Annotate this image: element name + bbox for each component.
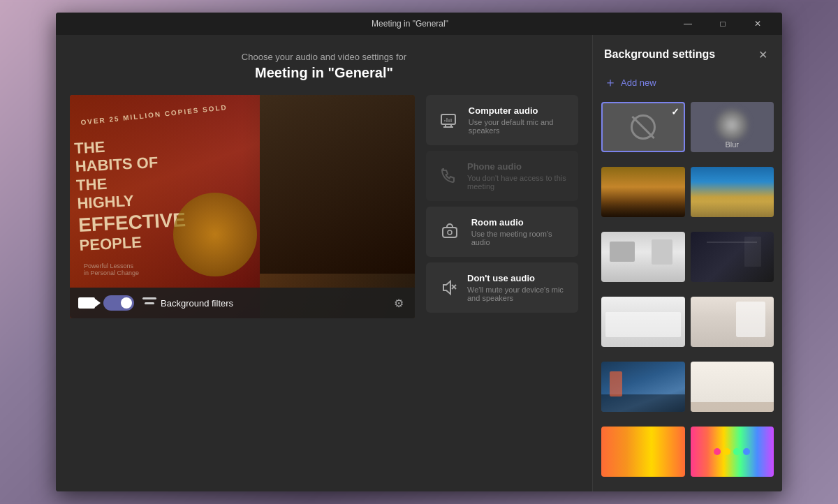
add-new-button[interactable]: ＋ Add new [593, 68, 782, 96]
bg-settings-close-button[interactable]: ✕ [754, 46, 771, 63]
phone-audio-icon [438, 163, 457, 188]
person-silhouette [260, 95, 415, 274]
svg-rect-0 [441, 114, 455, 124]
bg-filters-button[interactable]: Background filters [142, 297, 233, 309]
minimize-button[interactable]: — [672, 13, 704, 35]
no-audio-icon [438, 275, 457, 300]
svg-point-9 [448, 230, 452, 235]
bg-settings-title: Background settings [604, 48, 715, 61]
computer-audio-icon [438, 108, 459, 133]
no-audio-desc: We'll mute your device's mic and speaker… [467, 286, 566, 302]
filters-icon [142, 297, 156, 309]
audio-option-none[interactable]: Don't use audio We'll mute your device's… [426, 262, 578, 313]
meeting-header: Choose your audio and video settings for… [242, 52, 406, 81]
selected-check: ✓ [671, 106, 679, 117]
bg-option-modern[interactable] [601, 362, 685, 412]
video-toggle[interactable] [103, 295, 134, 311]
blur-label: Blur [691, 140, 774, 149]
computer-audio-desc: Use your default mic and speakers [469, 118, 566, 135]
add-new-label: Add new [621, 77, 656, 88]
bg-option-bright2[interactable] [691, 362, 774, 412]
blur-circle [716, 110, 747, 140]
bg-option-office1[interactable] [601, 167, 685, 217]
dot [733, 448, 740, 455]
computer-audio-text: Computer audio Use your default mic and … [469, 105, 566, 135]
phone-audio-desc: You don't have access to this meeting [467, 174, 566, 191]
thumb-gradient [691, 202, 774, 217]
background-grid: ✓ Blur [593, 96, 782, 491]
room-audio-icon [438, 219, 462, 244]
audio-options: Computer audio Use your default mic and … [426, 95, 578, 477]
audio-option-room[interactable]: Room audio Use the meeting room's audio [426, 207, 578, 257]
window-title: Meeting in "General" [148, 19, 672, 29]
bg-settings-header: Background settings ✕ [593, 35, 782, 68]
header-subtitle: Choose your audio and video settings for [242, 52, 406, 62]
video-placeholder: OVER 25 MILLION COPIES SOLD THEHABITS OF… [70, 95, 415, 318]
bg-filters-label-text: Background filters [161, 298, 233, 309]
no-audio-text: Don't use audio We'll mute your device's… [467, 273, 566, 302]
accent-element [610, 371, 622, 396]
room-element [744, 237, 761, 267]
video-inner: OVER 25 MILLION COPIES SOLD THEHABITS OF… [70, 95, 415, 318]
dot [714, 448, 721, 455]
book-seal [173, 193, 257, 276]
computer-audio-label: Computer audio [469, 105, 566, 116]
bg-option-colorful[interactable] [691, 427, 774, 477]
bg-option-bright-room[interactable] [601, 297, 685, 347]
bg-option-blur[interactable]: Blur [691, 102, 774, 152]
video-controls-bar: Background filters ⚙ [70, 288, 415, 318]
content-row: OVER 25 MILLION COPIES SOLD THEHABITS OF… [70, 95, 578, 477]
app-window: Meeting in "General" — □ ✕ Choose your a… [56, 13, 782, 491]
header-title: Meeting in "General" [242, 65, 406, 81]
svg-rect-8 [443, 228, 457, 237]
close-button[interactable]: ✕ [742, 13, 774, 35]
phone-audio-label: Phone audio [467, 161, 566, 172]
plus-icon: ＋ [604, 74, 617, 91]
room-element [652, 239, 672, 265]
room-element [610, 242, 635, 262]
bg-option-studio[interactable] [691, 297, 774, 347]
main-content: Choose your audio and video settings for… [56, 35, 782, 491]
audio-option-phone: Phone audio You don't have access to thi… [426, 151, 578, 201]
maximize-button[interactable]: □ [707, 13, 739, 35]
video-preview: OVER 25 MILLION COPIES SOLD THEHABITS OF… [70, 95, 415, 318]
toggle-thumb [121, 297, 132, 309]
dots-container [691, 427, 774, 477]
dot [723, 448, 730, 455]
floor-element [691, 402, 774, 412]
titlebar: Meeting in "General" — □ ✕ [56, 13, 782, 35]
thumb-gradient [601, 202, 685, 217]
audio-option-computer[interactable]: Computer audio Use your default mic and … [426, 95, 578, 145]
bg-option-dark-room[interactable] [691, 232, 774, 282]
room-element [605, 312, 681, 337]
bg-option-none[interactable]: ✓ [601, 102, 685, 152]
book-text-bottom: Powerful Lessonsin Personal Change [84, 262, 139, 276]
bg-option-white-room[interactable] [601, 232, 685, 282]
no-audio-label: Don't use audio [467, 273, 566, 283]
no-bg-icon [631, 114, 656, 140]
camera-icon [78, 297, 95, 309]
left-panel: Choose your audio and video settings for… [56, 35, 592, 491]
floor-element [601, 394, 685, 412]
phone-audio-text: Phone audio You don't have access to thi… [467, 161, 566, 191]
room-audio-label: Room audio [471, 217, 566, 228]
bg-option-gradient1[interactable] [601, 427, 685, 477]
book-text-main: THEHABITS OFTHEHIGHLYEFFECTIVEPEOPLE [74, 134, 187, 255]
dot [743, 448, 750, 455]
room-audio-desc: Use the meeting room's audio [471, 230, 566, 246]
room-audio-text: Room audio Use the meeting room's audio [471, 217, 566, 246]
background-settings-panel: Background settings ✕ ＋ Add new ✓ Blur [592, 35, 782, 491]
settings-icon[interactable]: ⚙ [394, 297, 406, 309]
room-element [736, 302, 765, 336]
window-controls: — □ ✕ [672, 13, 774, 35]
bg-option-beach[interactable] [691, 167, 774, 217]
